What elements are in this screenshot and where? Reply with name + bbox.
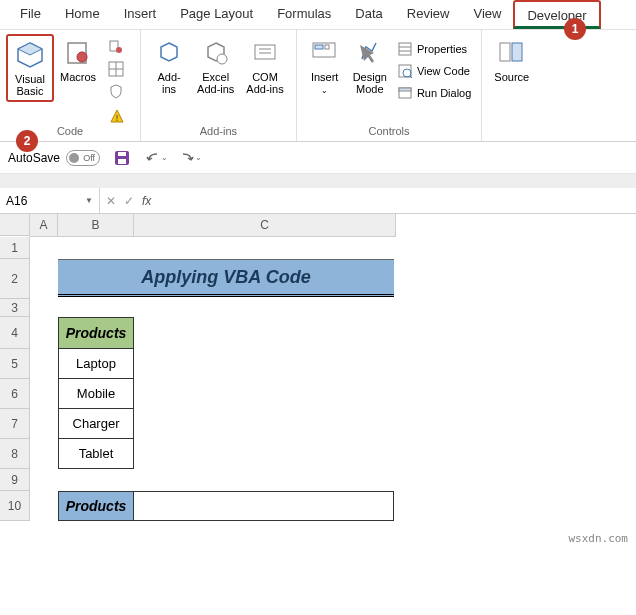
select-all-corner[interactable] — [0, 214, 30, 236]
tab-data[interactable]: Data — [343, 0, 394, 29]
cells-area[interactable]: Applying VBA Code Products Laptop Mobile… — [30, 237, 396, 521]
row-header-7[interactable]: 7 — [0, 409, 30, 439]
row-header-3[interactable]: 3 — [0, 299, 30, 317]
macros-button[interactable]: Macros — [54, 34, 102, 86]
svg-rect-21 — [399, 43, 411, 55]
run-dialog-button[interactable]: Run Dialog — [393, 82, 475, 104]
svg-rect-32 — [118, 152, 126, 156]
tab-formulas[interactable]: Formulas — [265, 0, 343, 29]
com-addins-icon — [249, 37, 281, 69]
callout-2: 2 — [16, 130, 38, 152]
callout-1: 1 — [564, 18, 586, 40]
source-label: Source — [494, 71, 529, 83]
fx-button[interactable]: fx — [142, 194, 151, 208]
addins-icon — [153, 37, 185, 69]
redo-button[interactable]: ⌄ — [178, 146, 202, 170]
ribbon-group-xml: Source — [482, 30, 541, 141]
source-button[interactable]: Source — [488, 34, 535, 86]
row-header-5[interactable]: 5 — [0, 349, 30, 379]
products-header[interactable]: Products — [58, 317, 134, 349]
properties-button[interactable]: Properties — [393, 38, 475, 60]
controls-group-label: Controls — [369, 123, 410, 139]
col-header-c[interactable]: C — [134, 214, 396, 237]
row-header-6[interactable]: 6 — [0, 379, 30, 409]
svg-rect-33 — [118, 159, 126, 164]
row-header-9[interactable]: 9 — [0, 469, 30, 491]
addins-label: Add- ins — [157, 71, 180, 95]
svg-point-13 — [217, 54, 227, 64]
row-header-2[interactable]: 2 — [0, 259, 30, 299]
ribbon-tabs: File Home Insert Page Layout Formulas Da… — [0, 0, 636, 30]
col-header-b[interactable]: B — [58, 214, 134, 237]
svg-text:!: ! — [116, 113, 119, 123]
svg-point-5 — [116, 47, 122, 53]
spreadsheet-grid: A B C 1 2 3 4 5 6 7 8 9 10 Applying VBA … — [0, 214, 636, 521]
addins-group-label: Add-ins — [200, 123, 237, 139]
design-mode-label: Design Mode — [353, 71, 387, 95]
title-cell[interactable]: Applying VBA Code — [58, 259, 394, 297]
visual-basic-label: Visual Basic — [15, 73, 45, 97]
insert-control-icon — [309, 37, 341, 69]
insert-control-label: Insert⌄ — [311, 71, 339, 97]
tab-review[interactable]: Review — [395, 0, 462, 29]
product-cell[interactable]: Mobile — [58, 379, 134, 409]
com-addins-label: COM Add-ins — [246, 71, 283, 95]
ribbon-group-addins: Add- ins Excel Add-ins COM Add-ins Add-i… — [141, 30, 297, 141]
tab-developer[interactable]: Developer — [513, 0, 600, 29]
name-box[interactable]: A16 ▼ — [0, 188, 100, 213]
macro-security-button[interactable] — [104, 80, 132, 102]
col-header-a[interactable]: A — [30, 214, 58, 237]
addins-button[interactable]: Add- ins — [147, 34, 191, 98]
quick-access-toolbar: AutoSave Off ⌄ ⌄ — [0, 142, 636, 174]
svg-rect-30 — [512, 43, 522, 61]
confirm-formula-button[interactable]: ✓ — [124, 194, 134, 208]
cancel-formula-button[interactable]: ✕ — [106, 194, 116, 208]
code-group-label: Code — [57, 123, 83, 139]
tab-insert[interactable]: Insert — [112, 0, 169, 29]
excel-addins-button[interactable]: Excel Add-ins — [191, 34, 240, 98]
design-mode-button[interactable]: Design Mode — [347, 34, 393, 98]
products-header-2[interactable]: Products — [58, 491, 134, 521]
properties-icon — [397, 41, 413, 57]
shield-icon — [108, 83, 124, 99]
autosave-toggle[interactable]: AutoSave Off — [8, 150, 100, 166]
watermark: wsxdn.com — [568, 532, 628, 545]
run-dialog-icon — [397, 85, 413, 101]
insert-control-button[interactable]: Insert⌄ — [303, 34, 347, 100]
tab-home[interactable]: Home — [53, 0, 112, 29]
svg-marker-11 — [161, 43, 177, 61]
product-cell[interactable]: Laptop — [58, 349, 134, 379]
undo-button[interactable]: ⌄ — [144, 146, 168, 170]
formula-bar: A16 ▼ ✕ ✓ fx — [0, 188, 636, 214]
row-header-1[interactable]: 1 — [0, 237, 30, 259]
tab-file[interactable]: File — [8, 0, 53, 29]
row-header-10[interactable]: 10 — [0, 491, 30, 521]
row-header-4[interactable]: 4 — [0, 317, 30, 349]
product-cell[interactable]: Tablet — [58, 439, 134, 469]
ribbon: Visual Basic Macros Code ! Add- ins — [0, 30, 636, 142]
output-cell[interactable] — [134, 491, 394, 521]
relative-ref-button[interactable] — [104, 58, 132, 80]
record-icon — [108, 39, 124, 55]
tab-page-layout[interactable]: Page Layout — [168, 0, 265, 29]
spacer — [0, 174, 636, 188]
macros-label: Macros — [60, 71, 96, 83]
ribbon-group-controls: Insert⌄ Design Mode Properties View Code… — [297, 30, 483, 141]
record-macro-button[interactable] — [104, 36, 132, 58]
svg-marker-1 — [18, 43, 42, 55]
design-mode-icon — [354, 37, 386, 69]
grid-icon — [108, 61, 124, 77]
row-header-8[interactable]: 8 — [0, 439, 30, 469]
save-button[interactable] — [110, 146, 134, 170]
excel-addins-label: Excel Add-ins — [197, 71, 234, 95]
product-cell[interactable]: Charger — [58, 409, 134, 439]
source-icon — [496, 37, 528, 69]
ribbon-group-code: Visual Basic Macros Code ! — [0, 30, 141, 141]
svg-line-26 — [410, 76, 412, 78]
view-code-button[interactable]: View Code — [393, 60, 475, 82]
tab-view[interactable]: View — [461, 0, 513, 29]
com-addins-button[interactable]: COM Add-ins — [240, 34, 289, 98]
svg-rect-18 — [315, 45, 323, 49]
visual-basic-button[interactable]: Visual Basic — [6, 34, 54, 102]
visual-basic-icon — [14, 39, 46, 71]
